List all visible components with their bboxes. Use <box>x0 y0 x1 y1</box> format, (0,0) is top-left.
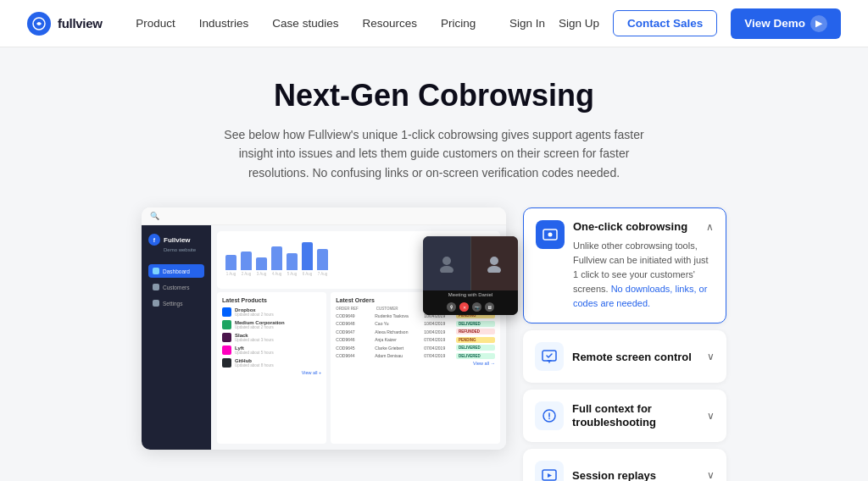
product-row-5: GitHubUpdated about 8 hours <box>222 358 321 368</box>
nav-resources[interactable]: Resources <box>362 17 417 30</box>
order-row: COD9646 Anja Kaizer 07/04/2019 PENDING <box>336 337 495 343</box>
logo-icon <box>27 12 51 36</box>
video-overlay: Meeting with Daniel 🎙 ✕ 📷 🖥 <box>423 236 518 315</box>
remote-screen-chevron[interactable]: ∨ <box>707 351 715 362</box>
cobrowsing-chevron[interactable]: ∧ <box>706 221 714 233</box>
full-context-icon-wrap <box>535 401 564 430</box>
arrow-icon: ▶ <box>810 15 827 32</box>
mock-tables: Latest Products DropboxUpdated about 2 h… <box>211 292 506 450</box>
svg-point-6 <box>548 233 553 237</box>
feature-session-replays[interactable]: Session replays ∨ <box>523 449 726 481</box>
svg-point-3 <box>490 257 498 265</box>
search-icon: 🔍 <box>150 212 159 220</box>
video-person-1 <box>423 236 471 290</box>
video-label: Meeting with Daniel <box>423 290 518 299</box>
hero-section: Next-Gen Cobrowsing See below how Fullvi… <box>0 47 868 182</box>
mock-nav-dashboard[interactable]: Dashboard <box>148 264 204 278</box>
features-panel: One-click cobrowsing ∧ Unlike other cobr… <box>523 207 726 481</box>
contact-sales-button[interactable]: Contact Sales <box>613 10 717 36</box>
mock-orders-table: Latest Orders ORDER REF CUSTOMER DATE ↑ … <box>331 292 500 444</box>
dashboard-mockup: 🔍 f Fullview Demo websi <box>142 207 506 481</box>
mock-nav-customers[interactable]: Customers <box>148 280 204 294</box>
session-replays-chevron[interactable]: ∨ <box>707 469 715 481</box>
mock-nav-settings[interactable]: Settings <box>148 296 204 310</box>
end-call-button[interactable]: ✕ <box>459 302 469 312</box>
product-row-3: SlackUpdated about 3 hours <box>222 333 321 342</box>
products-view-all[interactable]: View all + <box>222 370 321 375</box>
mock-search-bar: 🔍 <box>142 207 506 225</box>
full-context-title: Full context for troubleshooting <box>572 402 699 431</box>
navigation: fullview Product Industries Case studies… <box>0 0 868 47</box>
full-context-chevron[interactable]: ∨ <box>707 410 715 422</box>
camera-button[interactable]: 📷 <box>472 302 481 312</box>
cobrowsing-icon-wrap <box>536 220 565 249</box>
nav-links: Product Industries Case studies Resource… <box>136 17 476 30</box>
logo-text: fullview <box>58 16 103 30</box>
product-row-4: LyftUpdated about 5 hours <box>222 346 321 355</box>
screen-share-button[interactable]: 🖥 <box>485 302 494 312</box>
order-row: COD9644 Adam Denisau 07/04/2019 DELIVERE… <box>336 353 495 359</box>
nav-signin[interactable]: Sign In <box>509 17 545 30</box>
nav-signup[interactable]: Sign Up <box>559 17 599 30</box>
session-replays-icon-wrap <box>535 461 564 481</box>
view-demo-nav-button[interactable]: View Demo ▶ <box>731 8 841 39</box>
feature-remote-screen[interactable]: Remote screen control ∨ <box>523 330 726 383</box>
mock-products-table: Latest Products DropboxUpdated about 2 h… <box>217 292 326 444</box>
nav-industries[interactable]: Industries <box>199 17 249 30</box>
mock-logo-sub: Demo website <box>148 247 204 252</box>
order-row: COD9648 Cao Yu 10/04/2019 DELIVERED <box>336 321 495 327</box>
remote-screen-icon-wrap <box>535 342 564 371</box>
logo[interactable]: fullview <box>27 12 103 36</box>
svg-point-2 <box>440 266 453 273</box>
nav-pricing[interactable]: Pricing <box>441 17 476 30</box>
remote-screen-title: Remote screen control <box>572 351 692 363</box>
video-controls: 🎙 ✕ 📷 🖥 <box>423 299 518 315</box>
feature-full-context[interactable]: Full context for troubleshooting ∨ <box>523 390 726 442</box>
svg-point-1 <box>442 257 451 265</box>
order-row: COD9645 Clarke Griebert 07/04/2019 DELIV… <box>336 345 495 351</box>
video-person-2 <box>471 236 519 290</box>
nav-product[interactable]: Product <box>136 17 175 30</box>
nav-casestudies[interactable]: Case studies <box>272 17 338 30</box>
hero-subtitle: See below how Fullview's unique 1-click … <box>222 125 646 182</box>
orders-view-all[interactable]: View all → <box>336 361 495 366</box>
session-replays-title: Session replays <box>572 469 656 481</box>
svg-point-4 <box>487 266 501 273</box>
feature-cobrowsing[interactable]: One-click cobrowsing ∧ Unlike other cobr… <box>523 207 726 323</box>
cobrowsing-title: One-click cobrowsing <box>573 220 687 233</box>
mic-button[interactable]: 🎙 <box>447 302 456 312</box>
hero-title: Next-Gen Cobrowsing <box>17 78 851 113</box>
mock-logo: f Fullview <box>148 234 204 246</box>
product-row-2: Medium CorporationUpdated about 2 hours <box>222 320 321 329</box>
cobrowsing-desc: Unlike other cobrowsing tools, Fullview … <box>573 239 714 311</box>
main-content: 🔍 f Fullview Demo websi <box>0 207 868 481</box>
nav-auth: Sign In Sign Up Contact Sales View Demo … <box>509 8 841 39</box>
mock-sidebar: f Fullview Demo website Dashboard <box>142 225 211 450</box>
product-row-1: DropboxUpdated about 2 hours <box>222 307 321 317</box>
order-row: COD9647 Alexa Richardson 10/04/2019 REFU… <box>336 329 495 334</box>
